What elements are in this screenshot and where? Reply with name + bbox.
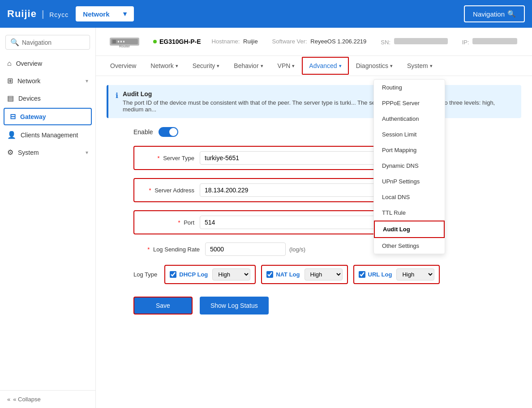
dropdown-item-other[interactable]: Other Settings (374, 238, 445, 254)
dropdown-item-portmap[interactable]: Port Mapping (374, 142, 445, 158)
tab-advanced[interactable]: Advanced ▾ (302, 57, 348, 75)
collapse-label: « Collapse (13, 396, 40, 403)
router-image: Router (107, 33, 142, 50)
dhcp-log-checkbox[interactable] (170, 271, 176, 278)
svg-rect-2 (112, 40, 116, 43)
chevron-icon: ▾ (390, 63, 393, 69)
chevron-icon: ▾ (292, 63, 295, 69)
gateway-icon: ⊟ (10, 112, 16, 121)
sidebar-label-overview: Overview (16, 60, 42, 67)
log-rate-unit: (log/s) (289, 246, 305, 253)
svg-rect-5 (123, 41, 124, 42)
tab-advanced-label: Advanced (309, 62, 337, 69)
show-log-status-button[interactable]: Show Log Status (200, 297, 269, 314)
url-log-group: URL Log High Medium Low (353, 265, 440, 284)
clients-icon: 👤 (7, 131, 16, 139)
server-address-row: * Server Address (133, 178, 384, 202)
hostname-value: Ruijie (243, 38, 258, 45)
dropdown-item-session[interactable]: Session Limit (374, 127, 445, 142)
chevron-icon: ▾ (261, 63, 263, 69)
dhcp-log-group: DHCP Log High Medium Low (164, 265, 256, 284)
banner-title: Audit Log (123, 90, 514, 98)
log-rate-row: * Log Sending Rate (log/s) (107, 242, 521, 256)
tab-vpn[interactable]: VPN ▾ (270, 56, 302, 76)
device-name-block: EG310GH-P-E (153, 38, 201, 45)
tab-security-label: Security (193, 62, 215, 69)
ip-field: IP: (462, 38, 518, 46)
enable-toggle[interactable] (159, 127, 178, 137)
sidebar-label-network: Network (17, 77, 40, 85)
tab-overview[interactable]: Overview (103, 56, 143, 76)
sidebar-label-clients: Clients Management (21, 132, 78, 139)
button-row: Save Show Log Status (107, 297, 521, 314)
sidebar-item-clients[interactable]: 👤 Clients Management (0, 126, 95, 144)
port-label: * Port (142, 219, 200, 226)
logo-sep: | (42, 9, 47, 19)
nat-log-group: NAT Log High Medium Low (261, 265, 348, 284)
sidebar-item-system[interactable]: ⚙ System ▾ (0, 144, 95, 161)
software-label: Software Ver: (272, 38, 307, 45)
log-type-section: Log Type DHCP Log High Medium Low NAT Lo… (107, 265, 521, 284)
server-type-input[interactable] (200, 151, 376, 165)
nat-log-level[interactable]: High Medium Low (305, 268, 343, 280)
tab-behavior[interactable]: Behavior ▾ (227, 56, 270, 76)
port-input[interactable] (200, 216, 376, 229)
collapse-button[interactable]: « « Collapse (0, 390, 95, 408)
tab-diagnostics[interactable]: Diagnostics ▾ (349, 56, 400, 76)
sidebar-item-gateway[interactable]: ⊟ Gateway (4, 108, 92, 125)
hostname-field: Hostname: Ruijie (212, 38, 258, 46)
save-button[interactable]: Save (133, 297, 193, 314)
home-icon: ⌂ (7, 60, 12, 68)
dropdown-item-routing[interactable]: Routing (374, 80, 445, 95)
main-layout: 🔍 ⌂ Overview ⊞ Network ▾ ▤ Devices ⊟ Gat… (0, 28, 532, 408)
log-rate-label: * Log Sending Rate (133, 246, 205, 253)
dropdown-item-auth[interactable]: Authentication (374, 111, 445, 127)
sidebar: 🔍 ⌂ Overview ⊞ Network ▾ ▤ Devices ⊟ Gat… (0, 28, 96, 408)
server-type-label: * Server Type (142, 155, 200, 162)
sn-field: SN: (381, 38, 447, 46)
dropdown-item-pppoe[interactable]: PPPoE Server (374, 95, 445, 111)
chevron-icon: ▾ (339, 63, 342, 69)
search-input[interactable] (22, 39, 85, 46)
url-log-checkbox[interactable] (359, 271, 365, 278)
nat-log-checkbox[interactable] (266, 271, 273, 278)
sidebar-label-gateway: Gateway (20, 113, 46, 120)
ip-label: IP: (462, 39, 469, 46)
dropdown-item-upnp[interactable]: UPnP Settings (374, 174, 445, 189)
tab-security[interactable]: Security ▾ (185, 56, 227, 76)
search-icon: 🔍 (10, 38, 19, 47)
sidebar-item-devices[interactable]: ▤ Devices (0, 89, 95, 107)
chevron-icon: ▾ (430, 63, 433, 69)
port-row: * Port (133, 210, 384, 234)
url-log-level[interactable]: High Medium Low (396, 268, 434, 280)
sidebar-item-network[interactable]: ⊞ Network ▾ (0, 72, 95, 89)
search-icon: 🔍 (507, 10, 516, 18)
software-field: Software Ver: ReyeeOS 1.206.2219 (272, 38, 367, 46)
dropdown-item-ttl[interactable]: TTL Rule (374, 205, 445, 221)
online-indicator (153, 40, 157, 43)
network-dropdown-label: Network (83, 10, 109, 18)
server-type-row: * Server Type (133, 146, 384, 170)
device-header: Router EG310GH-P-E Hostname: Ruijie Soft… (96, 28, 532, 56)
chevron-down-icon: ▾ (123, 10, 127, 18)
svg-rect-4 (120, 41, 122, 42)
server-address-input[interactable] (200, 183, 376, 197)
sidebar-item-overview[interactable]: ⌂ Overview (0, 55, 95, 72)
log-rate-input[interactable] (205, 242, 286, 256)
dropdown-item-auditlog[interactable]: Audit Log (374, 221, 445, 238)
ip-value (472, 38, 517, 44)
info-text: Audit Log The port ID of the device must… (123, 90, 514, 113)
network-dropdown[interactable]: Network ▾ (76, 6, 134, 21)
tab-system[interactable]: System ▾ (400, 56, 440, 76)
tab-system-label: System (407, 62, 428, 69)
dropdown-item-ddns[interactable]: Dynamic DNS (374, 158, 445, 174)
top-bar: Ruijie | Rcycc Network ▾ Navigation 🔍 (0, 0, 532, 28)
page-content: ℹ Audit Log The port ID of the device mu… (96, 76, 532, 323)
tab-diagnostics-label: Diagnostics (356, 62, 388, 69)
nat-log-name: NAT Log (276, 271, 300, 278)
search-box[interactable]: 🔍 (5, 35, 90, 50)
dhcp-log-level[interactable]: High Medium Low (212, 268, 250, 280)
navigation-button[interactable]: Navigation 🔍 (464, 5, 525, 22)
tab-network[interactable]: Network ▾ (143, 56, 185, 76)
dropdown-item-localdns[interactable]: Local DNS (374, 189, 445, 205)
